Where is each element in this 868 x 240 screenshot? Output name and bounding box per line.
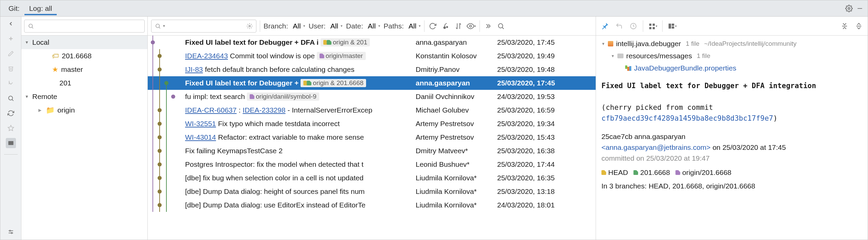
date-cell: 25/03/2020, 17:45 (497, 79, 596, 87)
chevron-down-icon: ▼ (25, 40, 30, 45)
settings-sliders-icon[interactable] (6, 227, 16, 237)
more-icon[interactable] (483, 21, 493, 31)
search-icon[interactable] (6, 93, 16, 103)
date-cell: 25/03/2020, 15:43 (497, 133, 596, 141)
log-filter-input[interactable]: ▼ (151, 20, 256, 33)
branch-label: master (61, 65, 83, 74)
history-icon[interactable] (629, 21, 638, 31)
svg-marker-6 (8, 125, 14, 131)
graph-cell (148, 103, 185, 117)
commit-row[interactable]: IDEA-CR-60637: IDEA-233298 - InternalSer… (148, 103, 596, 117)
chevron-left-icon[interactable] (6, 19, 16, 29)
remote-item[interactable]: ▶ 📁 origin (21, 103, 147, 117)
chevron-down-icon: ▼ (611, 50, 615, 62)
pin-icon[interactable] (600, 21, 610, 31)
tree-folder-row[interactable]: ▼ resources/messages 1 file (601, 50, 862, 62)
intellisort-icon[interactable] (454, 21, 463, 31)
changed-file-link[interactable]: JavaDebuggerBundle.properties (634, 62, 736, 74)
refresh-icon[interactable] (428, 21, 437, 31)
filter-paths[interactable]: Paths: All ▾ (384, 22, 421, 30)
branch-item[interactable]: 201 (21, 76, 147, 90)
edit-icon[interactable] (6, 48, 16, 59)
layout-settings-icon[interactable]: ▾ (667, 21, 677, 31)
commit-row[interactable]: [dbe] Dump Data dialog: height of source… (148, 185, 596, 198)
svg-point-33 (164, 81, 168, 85)
details-panel: ▾ ▾ ▼ intellij.java.debugger 1 file ~/Id… (596, 17, 868, 240)
branch-arrow-icon[interactable] (6, 78, 16, 88)
star-icon[interactable] (6, 123, 16, 133)
trash-icon[interactable] (6, 63, 16, 74)
branch-item[interactable]: 🏷 201.6668 (21, 49, 147, 63)
filter-date[interactable]: Date: All ▾ (346, 22, 380, 30)
svg-point-45 (158, 122, 162, 126)
commit-message: Fixed UI label text for Debugger + DFA i… (601, 80, 862, 124)
gear-icon[interactable] (247, 23, 253, 29)
commit-row[interactable]: WI-32551 Fix typo which made testdata in… (148, 117, 596, 131)
svg-line-13 (32, 27, 33, 28)
issue-link[interactable]: WI-32551 (185, 120, 216, 128)
commit-row[interactable]: IDEA-234643 Commit tool window is ope or… (148, 49, 596, 63)
issue-link[interactable]: IJI-83 (185, 65, 203, 74)
issue-link[interactable]: IDEA-CR-60637 (185, 106, 237, 114)
commit-row[interactable]: WI-43014 Refactor: extract variable to m… (148, 131, 596, 144)
issue-link[interactable]: IDEA-233298 (243, 106, 286, 114)
cherry-pick-icon[interactable] (441, 21, 450, 31)
search-icon (28, 23, 34, 29)
author-cell: Dmitriy.Panov (416, 65, 497, 74)
svg-point-20 (499, 23, 503, 28)
commit-row[interactable]: fu impl: text search origin/daniil/symbo… (148, 90, 596, 103)
chevron-down-icon: ▼ (601, 38, 605, 50)
tree-module-row[interactable]: ▼ intellij.java.debugger 1 file ~/IdeaPr… (601, 38, 862, 50)
hide-icon[interactable] (855, 4, 864, 13)
graph-cell (148, 131, 185, 144)
tag-remote: origin/201.6668 (675, 168, 731, 177)
refresh-icon[interactable] (6, 108, 16, 118)
svg-point-16 (249, 25, 251, 27)
tree-file-row[interactable]: JavaDebuggerBundle.properties (601, 62, 862, 74)
commit-row[interactable]: [dbe] Dump Data dialog: use EditorEx ins… (148, 198, 596, 212)
gear-icon[interactable] (845, 4, 853, 13)
graph-cell (148, 185, 185, 198)
branch-label: 201.6668 (62, 52, 92, 60)
author-email-link[interactable]: <anna.gasparyan@jetbrains.com> (601, 143, 710, 151)
branch-search-input[interactable] (24, 20, 145, 33)
branch-item[interactable]: ★ master (21, 63, 147, 76)
commit-row[interactable]: Fix failing KeymapsTestCase 2Dmitry Matv… (148, 144, 596, 158)
log-tab[interactable]: Log: all (24, 2, 57, 15)
tree-node-remote[interactable]: ▼ Remote (21, 90, 147, 103)
date-cell: 25/03/2020, 19:49 (497, 52, 596, 60)
collapse-all-icon[interactable] (854, 21, 864, 31)
find-icon[interactable] (496, 21, 506, 31)
commit-row[interactable]: Fixed UI label text for Debugger + origi… (148, 76, 596, 90)
eye-icon[interactable]: ▾ (467, 21, 476, 31)
svg-point-10 (9, 230, 10, 231)
commit-row[interactable]: [dbe] fix bug when selection color in a … (148, 171, 596, 185)
group-by-icon[interactable]: ▾ (648, 21, 657, 31)
expand-all-icon[interactable] (840, 21, 849, 31)
graph-cell (148, 76, 185, 90)
svg-point-17 (444, 26, 446, 28)
commit-row[interactable]: IJI-83 fetch default branch before calcu… (148, 63, 596, 76)
layout-icon[interactable] (6, 138, 16, 148)
issue-link[interactable]: WI-43014 (185, 133, 216, 141)
author-cell: Konstantin Kolosov (416, 52, 497, 60)
svg-point-0 (848, 7, 850, 9)
commit-log[interactable]: Fixed UI label text for Debugger + DFA i… (148, 36, 596, 240)
undo-icon[interactable] (614, 21, 624, 31)
filter-branch[interactable]: Branch: All ▾ (264, 22, 305, 30)
star-icon: ★ (52, 65, 58, 74)
cherry-pick-hash-link[interactable]: cfb79aecd39cf4289a1459ba8ec9b8d3bc17f9e7 (601, 114, 773, 122)
filter-user[interactable]: User: All ▾ (309, 22, 343, 30)
issue-link[interactable]: IDEA-234643 (185, 52, 228, 60)
plus-icon[interactable] (6, 34, 16, 44)
commit-message-cell: Fix failing KeymapsTestCase 2 (185, 147, 416, 155)
folder-name: resources/messages (626, 50, 692, 62)
folder-icon (617, 54, 623, 58)
tool-window-header: Git: Log: all (0, 0, 868, 17)
commit-row[interactable]: Fixed UI label text for Debugger + DFA i… (148, 36, 596, 49)
svg-point-23 (151, 40, 155, 44)
svg-point-18 (446, 26, 448, 28)
date-cell: 24/03/2020, 18:01 (497, 201, 596, 209)
commit-row[interactable]: Postgres Introspector: fix the model whe… (148, 158, 596, 171)
tree-node-local[interactable]: ▼ Local (21, 36, 147, 49)
